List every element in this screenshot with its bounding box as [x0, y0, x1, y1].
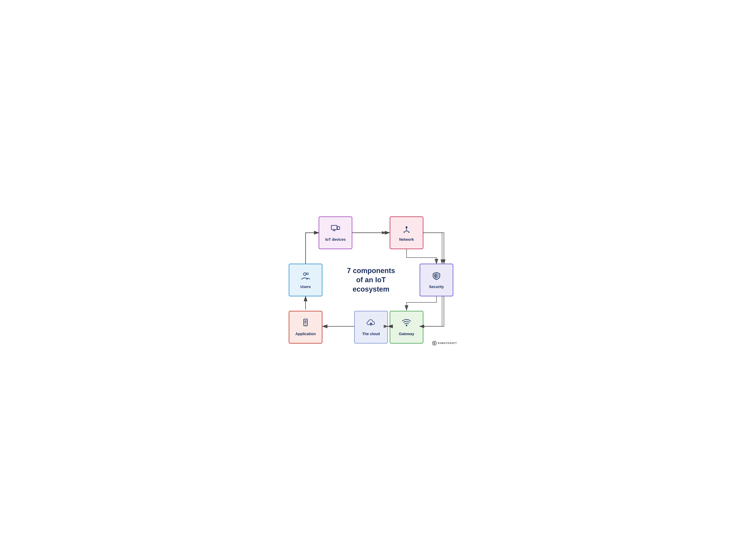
- svg-point-5: [406, 226, 408, 228]
- node-iot: IoT devices: [319, 216, 352, 249]
- svg-point-9: [404, 232, 405, 233]
- cloud-label: The cloud: [362, 332, 380, 336]
- node-application: Application: [289, 311, 322, 344]
- application-icon: [301, 318, 310, 330]
- security-label: Security: [429, 285, 444, 289]
- center-title: 7 components of an IoT ecosystem: [339, 266, 403, 294]
- node-cloud: The cloud: [354, 311, 388, 344]
- node-users: Users: [289, 264, 322, 296]
- application-label: Application: [296, 332, 316, 336]
- users-label: Users: [300, 285, 311, 289]
- svg-point-11: [406, 325, 407, 326]
- branding: S SUMATOSOFT: [432, 341, 457, 345]
- node-network: Network: [390, 216, 423, 249]
- node-security: Security: [420, 264, 453, 296]
- svg-point-10: [408, 232, 410, 233]
- svg-point-19: [304, 273, 306, 276]
- company-name: SUMATOSOFT: [438, 342, 457, 344]
- gateway-icon: [402, 318, 411, 330]
- iot-devices-icon: [331, 224, 340, 235]
- iot-label: IoT devices: [325, 237, 346, 242]
- cloud-icon: [366, 318, 376, 330]
- gateway-label: Gateway: [399, 332, 414, 336]
- svg-rect-0: [331, 225, 337, 229]
- brand-icon: S: [432, 341, 437, 345]
- node-gateway: Gateway: [390, 311, 423, 344]
- svg-point-15: [305, 325, 306, 325]
- svg-point-20: [307, 273, 308, 275]
- security-icon: [432, 271, 441, 282]
- svg-rect-3: [337, 227, 339, 229]
- network-icon: [402, 224, 411, 235]
- diagram-container: 7 components of an IoT ecosystem IoT dev…: [281, 213, 461, 347]
- network-label: Network: [399, 237, 414, 242]
- users-icon: [301, 271, 310, 282]
